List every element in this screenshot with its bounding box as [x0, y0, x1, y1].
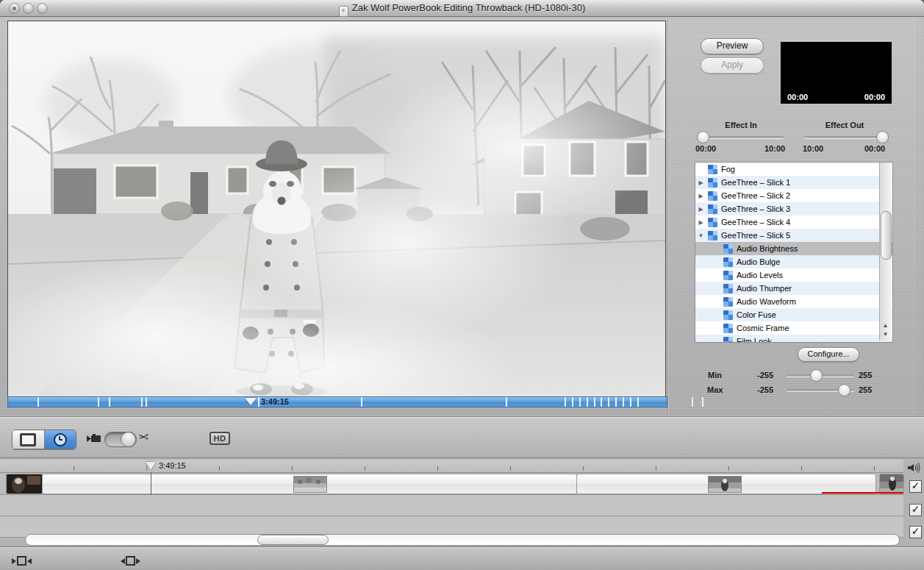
timeline-clip[interactable] — [576, 474, 876, 494]
effect-preview-screen: 00:00 00:00 — [781, 42, 892, 104]
clip-thumbnail — [293, 476, 327, 493]
effect-row-fog[interactable]: Fog — [695, 163, 892, 176]
timeline-hscrollbar-thumb[interactable] — [257, 535, 329, 545]
preview-button[interactable]: Preview — [701, 38, 764, 54]
scrubber-clip-boundary-tick — [258, 397, 259, 407]
effect-plugin-icon — [723, 271, 733, 280]
apply-button[interactable]: Apply — [701, 57, 764, 74]
effect-row-audio-thumper[interactable]: Audio Thumper — [695, 282, 892, 295]
effect-label: Film Look — [737, 337, 772, 343]
disclosure-triangle-icon[interactable]: ▶ — [695, 206, 706, 213]
clip-thumbnail — [7, 474, 42, 494]
ruler-tick — [292, 466, 293, 471]
timeline-clip[interactable] — [6, 474, 43, 494]
camera-edit-toggle[interactable] — [104, 432, 137, 447]
ruler-tick — [74, 466, 74, 471]
effect-plugin-icon — [723, 297, 733, 307]
effect-row-geethree-slick-5[interactable]: ▼GeeThree – Slick 5 — [695, 229, 892, 242]
effect-label: GeeThree – Slick 2 — [721, 191, 790, 200]
ruler-tick — [656, 466, 656, 471]
effect-row-audio-levels[interactable]: Audio Levels — [695, 268, 892, 282]
title-bar[interactable]: ✳Zak Wolf PowerBook Editing Throwback (H… — [0, 0, 924, 17]
scroll-up-icon[interactable]: ▲ — [883, 322, 889, 329]
scrollbar-thumb[interactable] — [881, 211, 892, 260]
effect-row-geethree-slick-1[interactable]: ▶GeeThree – Slick 1 — [695, 176, 892, 189]
video-track[interactable] — [0, 473, 903, 495]
clip-thumbnail — [880, 474, 903, 494]
disclosure-triangle-icon[interactable]: ▶ — [695, 179, 706, 186]
max-slider-thumb[interactable] — [838, 384, 850, 396]
track-enable-checkbox-2[interactable]: ✓ — [909, 504, 922, 516]
timeline-playhead-time: 3:49:15 — [159, 461, 186, 470]
scrubber-clip-boundary-tick — [506, 397, 507, 407]
ruler-tick — [874, 466, 875, 471]
scrubber-clip-boundary-tick — [637, 397, 639, 407]
effect-row-cosmic-frame[interactable]: Cosmic Frame — [695, 321, 892, 335]
timeline-hscrollbar-track[interactable] — [25, 534, 900, 546]
clip-viewer-mode-button[interactable] — [12, 430, 45, 449]
preview-out-time: 00:00 — [864, 93, 885, 101]
timeline-clip[interactable] — [42, 474, 577, 494]
preview-in-time: 00:00 — [787, 93, 808, 101]
effect-label: GeeThree – Slick 3 — [721, 204, 790, 213]
zoom-in-icon[interactable] — [121, 556, 140, 566]
min-label: Min — [708, 371, 722, 380]
scrubber-clip-boundary-tick — [702, 397, 703, 407]
ruler-tick — [583, 466, 584, 471]
track-audio-icon — [908, 462, 922, 474]
effect-out-slider-thumb[interactable] — [876, 131, 889, 143]
scrubber-playhead-time: 3:49:15 — [261, 397, 289, 406]
track-enable-checkbox-3[interactable]: ✓ — [909, 526, 922, 538]
effect-row-audio-waveform[interactable]: Audio Waveform — [695, 295, 892, 308]
effect-row-geethree-slick-4[interactable]: ▶GeeThree – Slick 4 — [695, 215, 892, 229]
effect-plugin-icon — [708, 191, 717, 201]
window-title: Zak Wolf PowerBook Editing Throwback (HD… — [352, 2, 585, 13]
scrubber-playhead-icon[interactable] — [245, 398, 257, 405]
scrubber-clip-boundary-tick — [572, 397, 573, 407]
timeline-ruler[interactable]: 3:49:15 — [0, 460, 903, 473]
disclosure-triangle-icon[interactable]: ▶ — [695, 193, 706, 199]
toggle-knob[interactable] — [121, 432, 136, 447]
effect-label: Audio Brightness — [737, 244, 798, 253]
disclosure-triangle-icon[interactable]: ▼ — [695, 232, 706, 239]
audio-track-1[interactable] — [0, 495, 903, 516]
effect-row-audio-bulge[interactable]: Audio Bulge — [695, 255, 892, 268]
effect-out-end-value: 00:00 — [864, 144, 885, 153]
scrollbar-arrows[interactable]: ▲▼ — [880, 321, 891, 341]
timeline-playhead-icon[interactable] — [146, 462, 156, 470]
video-frame-image — [8, 21, 665, 396]
disclosure-triangle-icon[interactable]: ▶ — [695, 219, 706, 226]
zoom-out-icon[interactable] — [12, 556, 32, 566]
effect-label: Cosmic Frame — [737, 324, 789, 332]
effect-in-slider-thumb[interactable] — [697, 131, 709, 143]
ruler-tick — [365, 466, 365, 471]
scroll-down-icon[interactable]: ▼ — [883, 331, 889, 338]
effects-list[interactable]: Fog▶GeeThree – Slick 1▶GeeThree – Slick … — [695, 162, 893, 343]
effect-row-audio-brightness[interactable]: Audio Brightness — [695, 242, 892, 255]
effect-in-slider-track[interactable] — [700, 136, 784, 138]
min-slider-thumb[interactable] — [810, 369, 823, 382]
max-low-value: -255 — [757, 385, 773, 394]
track-enable-checkbox-1[interactable]: ✓ — [909, 480, 922, 493]
effect-row-color-fuse[interactable]: Color Fuse — [695, 308, 892, 321]
effect-plugin-icon — [723, 244, 733, 254]
clock-icon — [54, 433, 67, 446]
project-doc-icon: ✳ — [339, 6, 348, 17]
scrubber-clip-boundary-tick — [565, 397, 566, 407]
effect-out-slider-track[interactable] — [804, 136, 887, 138]
effect-row-geethree-slick-2[interactable]: ▶GeeThree – Slick 2 — [695, 189, 892, 202]
scrubber-clip-boundary-tick — [109, 397, 110, 407]
clip-thumbnail — [708, 476, 742, 493]
clip-timeline-mode-switcher[interactable] — [12, 430, 76, 449]
video-monitor[interactable] — [7, 21, 666, 397]
effect-row-film-look[interactable]: Film Look — [695, 335, 892, 343]
timeline-clip[interactable] — [879, 474, 904, 494]
timeline-viewer-mode-button[interactable] — [45, 430, 76, 449]
effects-list-scrollbar[interactable]: ▲▼ — [879, 163, 892, 341]
configure-button[interactable]: Configure... — [798, 347, 859, 362]
monitor-scrubber-bar[interactable]: 3:49:15 — [7, 396, 667, 407]
scrubber-clip-boundary-tick — [608, 397, 609, 407]
effect-label: Audio Levels — [737, 271, 783, 279]
status-bar: Clip: 100% 10:46:09 total duration 90.7 … — [0, 546, 924, 570]
effect-row-geethree-slick-3[interactable]: ▶GeeThree – Slick 3 — [695, 202, 892, 215]
